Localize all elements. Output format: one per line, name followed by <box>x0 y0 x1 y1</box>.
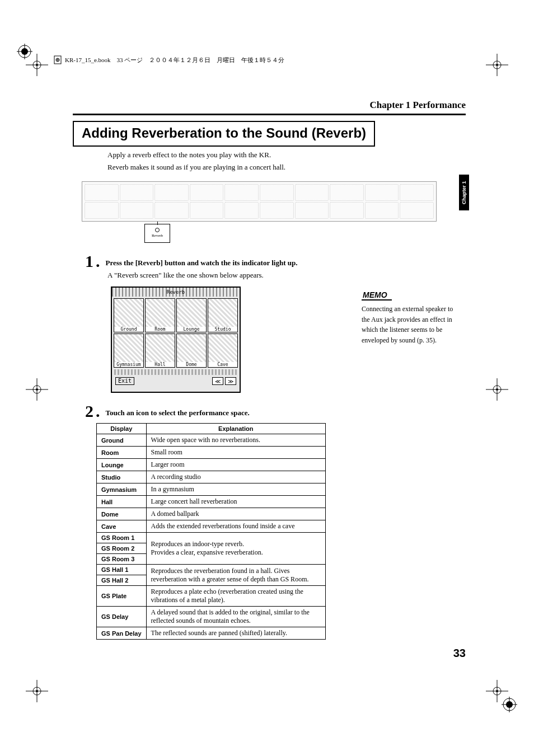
page-icon <box>54 55 62 64</box>
step-1-text: Press the [Reverb] button and watch the … <box>106 259 298 267</box>
memo-label: MEMO <box>362 290 392 300</box>
reverb-screen-title: Reverb <box>112 288 240 297</box>
crop-mark-icon <box>26 378 48 401</box>
reverb-option: Room <box>145 298 175 332</box>
heading-rule <box>73 114 466 115</box>
step-1-subtext: A "Reverb screen" like the one shown bel… <box>107 271 264 280</box>
svg-point-15 <box>496 64 498 66</box>
print-header-text: KR-17_15_e.book 33 ページ ２００４年１２月６日 月曜日 午後… <box>65 56 284 64</box>
main-title: Adding Reverberation to the Sound (Rever… <box>82 125 366 141</box>
table-row: DomeA domed ballpark <box>97 508 326 520</box>
crop-mark-icon <box>486 378 508 401</box>
table-row: HallLarge concert hall reverberation <box>97 496 326 508</box>
reverb-options-table: Display Explanation GroundWide open spac… <box>96 423 326 640</box>
svg-point-11 <box>36 64 38 66</box>
memo-sidebar: MEMO Connecting an external speaker to t… <box>362 290 459 345</box>
reverb-option: Studio <box>208 298 238 332</box>
step-number: 2 <box>85 402 93 421</box>
intro-paragraph: Apply a reverb effect to the notes you p… <box>107 149 387 173</box>
table-row: GS Room 1Reproduces an indoor-type rever… <box>97 533 326 543</box>
reverb-next-icon: ≫ <box>225 377 236 385</box>
step-dot: . <box>96 252 100 271</box>
table-header-display: Display <box>97 424 147 434</box>
intro-line: Reverb makes it sound as if you are play… <box>107 161 387 173</box>
step-dot: . <box>96 402 100 421</box>
table-row: CaveAdds the extended reverberations fou… <box>97 520 326 533</box>
chapter-heading: Chapter 1 Performance <box>369 100 466 111</box>
reverb-option: Dome <box>176 334 207 368</box>
crop-mark-icon <box>26 680 48 702</box>
reverb-option: Ground <box>114 298 144 332</box>
reverb-exit-button: Exit <box>115 377 134 385</box>
table-row: LoungeLarger room <box>97 459 326 471</box>
reverb-option: Hall <box>145 334 175 368</box>
svg-point-27 <box>36 388 38 391</box>
svg-point-19 <box>36 690 38 692</box>
table-header-row: Display Explanation <box>97 424 326 434</box>
reverb-option: Cave <box>208 334 238 368</box>
intro-line: Apply a reverb effect to the notes you p… <box>107 149 387 161</box>
svg-point-23 <box>496 690 498 692</box>
table-row: StudioA recording studio <box>97 471 326 483</box>
page-number: 33 <box>453 647 466 660</box>
crop-mark-icon <box>486 54 508 76</box>
chapter-side-tab: Chapter 1 <box>459 175 469 210</box>
reverb-button-label: Reverb <box>145 233 170 238</box>
reverb-screen-illustration: Reverb Ground Room Lounge Studio Gymnasi… <box>111 287 241 393</box>
crop-mark-icon <box>26 54 48 76</box>
table-row: GS DelayA delayed sound that is added to… <box>97 607 326 627</box>
memo-text: Connecting an external speaker to the Au… <box>362 304 459 345</box>
table-row: GS Hall 1Reproduces the reverberation fo… <box>97 565 326 575</box>
svg-point-31 <box>496 388 498 391</box>
reverb-indicator-icon <box>155 228 160 232</box>
print-header-line: KR-17_15_e.book 33 ページ ２００４年１２月６日 月曜日 午後… <box>54 55 284 64</box>
step-2-text: Touch an icon to select the performance … <box>106 408 250 417</box>
step-number: 1 <box>85 252 93 271</box>
reverb-button-callout: Reverb <box>144 224 170 243</box>
table-row: GS PlateReproduces a plate echo (reverbe… <box>97 586 326 607</box>
reverb-option: Lounge <box>176 298 207 332</box>
instrument-panel-illustration <box>82 181 437 222</box>
reverb-prev-icon: ≪ <box>212 377 223 385</box>
reverb-option: Gymnasium <box>114 334 144 368</box>
table-row: GS Pan DelayThe reflected sounds are pan… <box>97 627 326 640</box>
step-2: 2. Touch an icon to select the performan… <box>85 402 250 421</box>
table-header-explanation: Explanation <box>146 424 325 434</box>
table-row: GroundWide open space with no reverberat… <box>97 434 326 447</box>
step-1: 1. Press the [Reverb] button and watch t… <box>85 252 297 271</box>
crop-mark-icon <box>486 680 508 702</box>
table-row: GymnasiumIn a gymnasium <box>97 483 326 496</box>
table-row: RoomSmall room <box>97 447 326 459</box>
main-title-box: Adding Reverberation to the Sound (Rever… <box>73 121 375 147</box>
